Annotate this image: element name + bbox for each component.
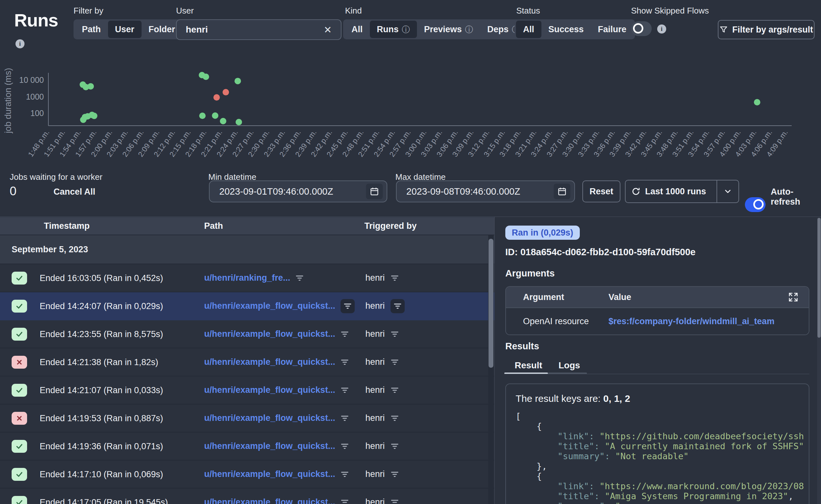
run-path-link[interactable]: u/henri/example_flow_quickst...	[204, 301, 335, 311]
tab-user[interactable]: User	[108, 21, 142, 38]
filter-icon[interactable]	[390, 358, 399, 366]
user-filter-button[interactable]	[390, 299, 405, 313]
run-path-link[interactable]: u/henri/example_flow_quickst...	[204, 357, 335, 367]
triggered-by-user: henri	[365, 469, 385, 479]
run-path-link[interactable]: u/henri/example_flow_quickst...	[204, 441, 335, 451]
filter-icon[interactable]	[340, 442, 349, 451]
run-dot[interactable]	[220, 118, 226, 124]
filter-icon[interactable]	[340, 498, 349, 504]
calendar-icon[interactable]	[366, 184, 383, 199]
runs-count-dropdown[interactable]	[717, 180, 738, 202]
table-row[interactable]: Ended 14:21:38 (Ran in 1,82s) u/henri/ex…	[0, 348, 494, 376]
filter-icon[interactable]	[390, 414, 399, 422]
clear-user-icon[interactable]: ✕	[324, 24, 332, 35]
filter-icon[interactable]	[343, 302, 352, 310]
run-dot[interactable]	[234, 78, 241, 84]
divider	[0, 217, 821, 217]
run-path-link[interactable]: u/henri/example_flow_quickst...	[204, 469, 335, 479]
filter-icon[interactable]	[390, 470, 399, 479]
run-path-link[interactable]: u/henri/example_flow_quickst...	[204, 413, 335, 423]
col-path: Path	[204, 221, 223, 231]
cancel-all-button[interactable]: Cancel All	[54, 187, 95, 197]
argument-value-link[interactable]: $res:f/company-folder/windmill_ai_team	[609, 316, 775, 326]
filter-icon[interactable]	[393, 302, 402, 310]
run-dot[interactable]	[213, 94, 220, 101]
run-dot[interactable]	[236, 119, 242, 125]
last-runs-button[interactable]: Last 1000 runs	[625, 180, 739, 203]
calendar-icon[interactable]	[554, 184, 571, 199]
col-triggered-by: Triggered by	[364, 221, 417, 231]
auto-refresh-toggle[interactable]	[745, 197, 766, 212]
filter-icon[interactable]	[340, 358, 349, 366]
triggered-by-user: henri	[365, 497, 385, 504]
tab-path[interactable]: Path	[75, 21, 108, 38]
tab-kind-runs[interactable]: Runsⓘ	[370, 21, 417, 38]
table-row[interactable]: Ended 16:03:05 (Ran in 0,452s) u/henri/r…	[0, 264, 494, 292]
run-dot[interactable]	[87, 83, 94, 90]
filter-icon[interactable]	[340, 414, 349, 422]
table-row[interactable]: Ended 14:23:55 (Ran in 8,575s) u/henri/e…	[0, 320, 494, 348]
tab-kind-previews[interactable]: Previewsⓘ	[417, 21, 480, 38]
show-skipped-label: Show Skipped Flows	[631, 6, 709, 16]
run-path-link[interactable]: u/henri/ranking_fre...	[204, 273, 290, 283]
failure-x-icon	[15, 358, 23, 366]
path-filter-button[interactable]	[340, 299, 355, 313]
run-dot[interactable]	[91, 113, 97, 119]
runs-info-icon[interactable]: i	[15, 39, 24, 48]
run-path-link[interactable]: u/henri/example_flow_quickst...	[204, 329, 335, 339]
run-dot[interactable]	[222, 89, 229, 95]
success-check-icon	[15, 274, 24, 282]
status-badge	[12, 356, 27, 369]
filter-icon[interactable]	[295, 274, 304, 282]
filter-icon[interactable]	[340, 470, 349, 479]
ran-in-badge: Ran in (0,029s)	[505, 226, 580, 240]
filter-icon[interactable]	[340, 330, 349, 338]
table-row[interactable]: Ended 14:24:07 (Ran in 0,029s) u/henri/e…	[0, 292, 494, 320]
run-dot[interactable]	[203, 73, 209, 80]
tab-status-failure[interactable]: Failure	[591, 21, 634, 38]
table-row[interactable]: Ended 14:19:36 (Ran in 0,071s) u/henri/e…	[0, 432, 494, 460]
reset-button[interactable]: Reset	[582, 180, 621, 202]
table-row[interactable]: Ended 14:21:07 (Ran in 0,033s) u/henri/e…	[0, 376, 494, 404]
run-dot[interactable]	[212, 112, 218, 119]
filter-icon[interactable]	[390, 330, 399, 338]
success-check-icon	[15, 470, 24, 479]
triggered-by-user: henri	[365, 301, 385, 311]
tab-logs[interactable]: Logs	[559, 360, 580, 371]
table-row[interactable]: Ended 14:19:53 (Ran in 0,887s) u/henri/e…	[0, 404, 494, 432]
filter-icon[interactable]	[390, 274, 399, 282]
page-scrollbar[interactable]	[817, 218, 821, 504]
triggered-by-user: henri	[365, 413, 385, 423]
skipped-info-icon[interactable]: i	[657, 24, 666, 34]
refresh-runs-button[interactable]: Last 1000 runs	[626, 180, 712, 202]
tab-status-success[interactable]: Success	[542, 21, 591, 38]
tab-kind-all[interactable]: All	[344, 21, 370, 38]
run-path-link[interactable]: u/henri/example_flow_quickst...	[204, 497, 335, 504]
tabs-baseline	[504, 374, 809, 374]
funnel-icon	[719, 25, 728, 34]
filter-icon[interactable]	[340, 386, 349, 394]
result-viewer[interactable]: The result keys are: 0, 1, 2 [ { "link":…	[505, 383, 809, 504]
run-timestamp: Ended 14:23:55 (Ran in 8,575s)	[40, 329, 163, 339]
kind-tabs: All Runsⓘ Previewsⓘ Depsⓘ	[343, 19, 528, 39]
run-path-link[interactable]: u/henri/example_flow_quickst...	[204, 385, 335, 395]
filter-icon[interactable]	[390, 498, 399, 504]
status-badge	[12, 272, 27, 285]
filter-icon[interactable]	[390, 386, 399, 394]
filter-args-button[interactable]: Filter by args/result	[718, 20, 815, 39]
run-dot[interactable]	[199, 112, 206, 119]
tab-status-all[interactable]: All	[516, 21, 542, 38]
run-dot[interactable]	[754, 99, 760, 105]
table-row[interactable]: Ended 14:17:10 (Ran in 0,069s) u/henri/e…	[0, 460, 494, 489]
table-scrollbar[interactable]	[488, 235, 494, 504]
tab-result[interactable]: Result	[515, 360, 543, 371]
refresh-icon	[631, 187, 640, 196]
table-row[interactable]: Ended 14:17:05 (Ran in 19,545s) u/henri/…	[0, 489, 494, 504]
success-check-icon	[15, 442, 24, 451]
user-filter-input[interactable]: henri ✕	[176, 19, 341, 40]
max-datetime-input[interactable]: 2023-09-08T09:46:00.000Z	[396, 180, 575, 202]
min-datetime-input[interactable]: 2023-09-01T09:46:00.000Z	[209, 180, 387, 202]
expand-icon[interactable]	[787, 291, 799, 303]
show-skipped-toggle[interactable]	[631, 21, 652, 36]
filter-icon[interactable]	[390, 442, 399, 451]
